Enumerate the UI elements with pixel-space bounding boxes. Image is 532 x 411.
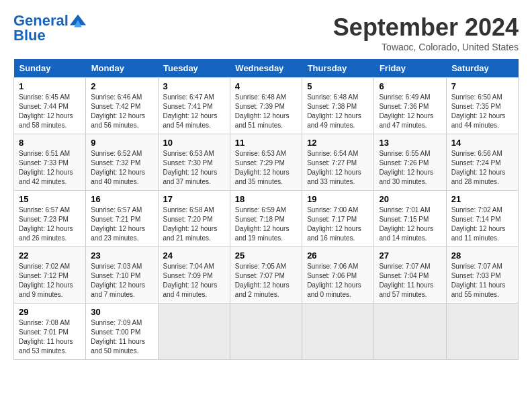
calendar-cell: 24 Sunrise: 7:04 AM Sunset: 7:09 PM Dayl…	[158, 247, 230, 304]
day-number: 10	[163, 138, 225, 148]
day-number: 26	[307, 250, 369, 261]
day-number: 4	[235, 81, 297, 91]
calendar-cell: 30 Sunrise: 7:09 AM Sunset: 7:00 PM Dayl…	[86, 304, 158, 360]
calendar-cell: 22 Sunrise: 7:02 AM Sunset: 7:12 PM Dayl…	[14, 247, 86, 304]
header-thursday: Thursday	[302, 59, 374, 78]
cell-info: Sunrise: 7:02 AM Sunset: 7:14 PM Dayligh…	[451, 205, 513, 243]
calendar-cell: 2 Sunrise: 6:46 AM Sunset: 7:42 PM Dayli…	[86, 78, 158, 134]
cell-info: Sunrise: 6:56 AM Sunset: 7:24 PM Dayligh…	[451, 149, 513, 187]
cell-info: Sunrise: 7:00 AM Sunset: 7:17 PM Dayligh…	[307, 205, 369, 243]
calendar-cell: 28 Sunrise: 7:07 AM Sunset: 7:03 PM Dayl…	[446, 247, 518, 304]
calendar-cell: 21 Sunrise: 7:02 AM Sunset: 7:14 PM Dayl…	[446, 191, 518, 247]
day-number: 24	[163, 250, 225, 261]
day-number: 25	[235, 250, 297, 261]
calendar-row: 15 Sunrise: 6:57 AM Sunset: 7:23 PM Dayl…	[14, 191, 519, 247]
calendar-cell: 29 Sunrise: 7:08 AM Sunset: 7:01 PM Dayl…	[14, 304, 86, 360]
day-number: 7	[451, 81, 513, 91]
calendar-cell	[374, 304, 446, 360]
calendar-cell: 23 Sunrise: 7:03 AM Sunset: 7:10 PM Dayl…	[86, 247, 158, 304]
cell-info: Sunrise: 6:49 AM Sunset: 7:36 PM Dayligh…	[379, 93, 441, 130]
calendar-table: Sunday Monday Tuesday Wednesday Thursday…	[13, 59, 519, 360]
calendar-cell: 18 Sunrise: 6:59 AM Sunset: 7:18 PM Dayl…	[230, 191, 302, 247]
day-number: 14	[451, 138, 513, 148]
day-number: 20	[379, 194, 441, 204]
header-wednesday: Wednesday	[230, 59, 302, 78]
weekday-header-row: Sunday Monday Tuesday Wednesday Thursday…	[14, 59, 519, 78]
calendar-cell: 10 Sunrise: 6:53 AM Sunset: 7:30 PM Dayl…	[158, 134, 230, 191]
cell-info: Sunrise: 6:45 AM Sunset: 7:44 PM Dayligh…	[19, 93, 81, 130]
day-number: 19	[307, 194, 369, 204]
calendar-cell: 14 Sunrise: 6:56 AM Sunset: 7:24 PM Dayl…	[446, 134, 518, 191]
day-number: 17	[163, 194, 225, 204]
cell-info: Sunrise: 7:08 AM Sunset: 7:01 PM Dayligh…	[19, 318, 81, 356]
title-block: September 2024 Towaoc, Colorado, United …	[333, 13, 519, 52]
cell-info: Sunrise: 6:52 AM Sunset: 7:32 PM Dayligh…	[91, 149, 152, 187]
day-number: 9	[91, 138, 152, 148]
calendar-cell: 19 Sunrise: 7:00 AM Sunset: 7:17 PM Dayl…	[302, 191, 374, 247]
day-number: 1	[19, 81, 81, 91]
calendar-cell: 7 Sunrise: 6:50 AM Sunset: 7:35 PM Dayli…	[446, 78, 518, 134]
day-number: 30	[91, 307, 152, 317]
header-sunday: Sunday	[14, 59, 86, 78]
header: General Blue September 2024 Towaoc, Colo…	[13, 13, 519, 52]
cell-info: Sunrise: 6:55 AM Sunset: 7:26 PM Dayligh…	[379, 149, 441, 187]
cell-info: Sunrise: 7:05 AM Sunset: 7:07 PM Dayligh…	[235, 262, 297, 300]
calendar-row: 29 Sunrise: 7:08 AM Sunset: 7:01 PM Dayl…	[14, 304, 519, 360]
day-number: 3	[163, 81, 225, 91]
cell-info: Sunrise: 7:01 AM Sunset: 7:15 PM Dayligh…	[379, 205, 441, 243]
cell-info: Sunrise: 6:50 AM Sunset: 7:35 PM Dayligh…	[451, 93, 513, 130]
calendar-cell: 3 Sunrise: 6:47 AM Sunset: 7:41 PM Dayli…	[158, 78, 230, 134]
calendar-cell: 20 Sunrise: 7:01 AM Sunset: 7:15 PM Dayl…	[374, 191, 446, 247]
calendar-cell: 17 Sunrise: 6:58 AM Sunset: 7:20 PM Dayl…	[158, 191, 230, 247]
calendar-row: 22 Sunrise: 7:02 AM Sunset: 7:12 PM Dayl…	[14, 247, 519, 304]
location-subtitle: Towaoc, Colorado, United States	[333, 42, 519, 52]
month-title: September 2024	[333, 13, 519, 42]
cell-info: Sunrise: 7:07 AM Sunset: 7:03 PM Dayligh…	[451, 262, 513, 300]
calendar-cell: 25 Sunrise: 7:05 AM Sunset: 7:07 PM Dayl…	[230, 247, 302, 304]
cell-info: Sunrise: 7:04 AM Sunset: 7:09 PM Dayligh…	[163, 262, 225, 300]
header-saturday: Saturday	[446, 59, 518, 78]
day-number: 22	[19, 250, 81, 261]
calendar-row: 1 Sunrise: 6:45 AM Sunset: 7:44 PM Dayli…	[14, 78, 519, 134]
calendar-cell: 5 Sunrise: 6:48 AM Sunset: 7:38 PM Dayli…	[302, 78, 374, 134]
calendar-cell: 6 Sunrise: 6:49 AM Sunset: 7:36 PM Dayli…	[374, 78, 446, 134]
calendar-cell	[302, 304, 374, 360]
day-number: 13	[379, 138, 441, 148]
cell-info: Sunrise: 6:51 AM Sunset: 7:33 PM Dayligh…	[19, 149, 81, 187]
day-number: 23	[91, 250, 152, 261]
cell-info: Sunrise: 7:09 AM Sunset: 7:00 PM Dayligh…	[91, 318, 152, 356]
cell-info: Sunrise: 7:07 AM Sunset: 7:04 PM Dayligh…	[379, 262, 441, 300]
cell-info: Sunrise: 6:57 AM Sunset: 7:23 PM Dayligh…	[19, 205, 81, 243]
calendar-cell: 9 Sunrise: 6:52 AM Sunset: 7:32 PM Dayli…	[86, 134, 158, 191]
calendar-cell	[446, 304, 518, 360]
logo-text: General	[13, 13, 69, 28]
calendar-cell: 16 Sunrise: 6:57 AM Sunset: 7:21 PM Dayl…	[86, 191, 158, 247]
header-tuesday: Tuesday	[158, 59, 230, 78]
header-friday: Friday	[374, 59, 446, 78]
day-number: 16	[91, 194, 152, 204]
calendar-cell: 12 Sunrise: 6:54 AM Sunset: 7:27 PM Dayl…	[302, 134, 374, 191]
cell-info: Sunrise: 6:53 AM Sunset: 7:30 PM Dayligh…	[163, 149, 225, 187]
header-monday: Monday	[86, 59, 158, 78]
cell-info: Sunrise: 6:48 AM Sunset: 7:39 PM Dayligh…	[235, 93, 297, 130]
day-number: 8	[19, 138, 81, 148]
calendar-cell: 15 Sunrise: 6:57 AM Sunset: 7:23 PM Dayl…	[14, 191, 86, 247]
day-number: 6	[379, 81, 441, 91]
day-number: 28	[451, 250, 513, 261]
day-number: 21	[451, 194, 513, 204]
cell-info: Sunrise: 7:03 AM Sunset: 7:10 PM Dayligh…	[91, 262, 152, 300]
day-number: 2	[91, 81, 152, 91]
day-number: 5	[307, 81, 369, 91]
calendar-row: 8 Sunrise: 6:51 AM Sunset: 7:33 PM Dayli…	[14, 134, 519, 191]
day-number: 29	[19, 307, 81, 317]
logo-icon	[70, 14, 86, 28]
cell-info: Sunrise: 6:53 AM Sunset: 7:29 PM Dayligh…	[235, 149, 297, 187]
logo-text-blue: Blue	[13, 28, 86, 43]
day-number: 15	[19, 194, 81, 204]
day-number: 18	[235, 194, 297, 204]
cell-info: Sunrise: 6:58 AM Sunset: 7:20 PM Dayligh…	[163, 205, 225, 243]
day-number: 27	[379, 250, 441, 261]
calendar-cell: 27 Sunrise: 7:07 AM Sunset: 7:04 PM Dayl…	[374, 247, 446, 304]
cell-info: Sunrise: 6:48 AM Sunset: 7:38 PM Dayligh…	[307, 93, 369, 130]
calendar-cell	[230, 304, 302, 360]
